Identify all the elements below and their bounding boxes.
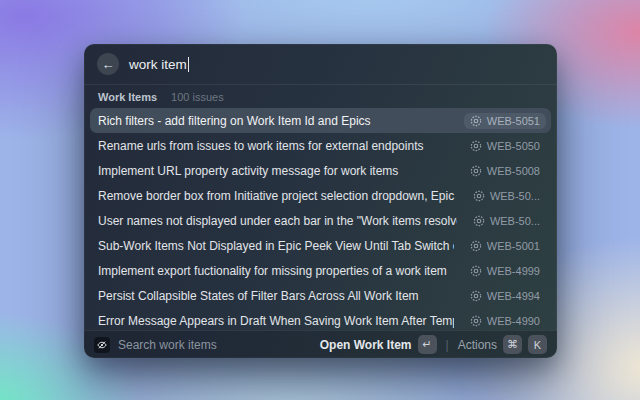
work-item-id: WEB-5001 [487,240,540,252]
backlog-icon [473,190,485,202]
list-item[interactable]: Error Message Appears in Draft When Savi… [90,308,551,330]
search-header: ← work item [84,44,557,84]
backlog-icon [470,240,482,252]
work-item-badge: WEB-4999 [464,263,546,279]
back-button[interactable]: ← [97,53,119,75]
backlog-icon [470,265,482,277]
work-item-title: Error Message Appears in Draft When Savi… [98,314,454,328]
work-item-title: Rich filters - add filtering on Work Ite… [98,114,454,128]
work-item-title: Rename urls from issues to work items fo… [98,139,454,153]
back-arrow-icon: ← [102,57,115,72]
backlog-icon [470,140,482,152]
section-title: Work Items [98,91,157,103]
work-item-badge: WEB-5008 [464,163,546,179]
work-item-badge: WEB-5001 [464,238,546,254]
work-item-id: WEB-5050 [487,140,540,152]
list-item[interactable]: Rename urls from issues to work items fo… [90,133,551,158]
backlog-icon [470,165,482,177]
results-list: Rich filters - add filtering on Work Ite… [84,106,557,330]
list-item[interactable]: Remove border box from Initiative projec… [90,183,551,208]
work-item-title: Implement URL property activity message … [98,164,454,178]
footer-actions: Open Work Item ↵ | Actions ⌘ K [320,335,547,354]
work-item-badge: WEB-4990 [464,313,546,329]
work-item-badge: WEB-5050 [464,138,546,154]
footer-hint-label: Search work items [118,338,217,352]
list-item[interactable]: User names not displayed under each bar … [90,208,551,233]
backlog-icon [470,290,482,302]
work-item-title: Implement export fuctionality for missin… [98,264,454,278]
list-item[interactable]: Persist Collapsible States of Filter Bar… [90,283,551,308]
open-work-item-label[interactable]: Open Work Item [320,338,412,352]
work-item-id: WEB-50... [490,190,540,202]
work-item-badge: WEB-50... [467,188,546,204]
eye-off-icon [94,337,110,353]
work-item-title: User names not displayed under each bar … [98,214,457,228]
work-item-id: WEB-5051 [487,115,540,127]
work-item-title: Remove border box from Initiative projec… [98,189,457,203]
work-item-badge: WEB-5051 [464,113,546,129]
work-item-badge: WEB-50... [467,213,546,229]
list-item[interactable]: Sub-Work Items Not Displayed in Epic Pee… [90,233,551,258]
work-item-id: WEB-4990 [487,315,540,327]
footer-bar: Search work items Open Work Item ↵ | Act… [84,330,557,358]
list-item[interactable]: Implement export fuctionality for missin… [90,258,551,283]
work-item-id: WEB-5008 [487,165,540,177]
return-key[interactable]: ↵ [418,335,437,354]
list-item[interactable]: Rich filters - add filtering on Work Ite… [90,108,551,133]
work-item-title: Persist Collapsible States of Filter Bar… [98,289,454,303]
work-item-title: Sub-Work Items Not Displayed in Epic Pee… [98,239,454,253]
footer-search-hint: Search work items [94,337,312,353]
actions-label[interactable]: Actions [458,338,497,352]
footer-divider: | [446,338,449,352]
command-palette: ← work item Work Items 100 issues Rich f… [84,44,557,358]
k-key[interactable]: K [528,335,547,354]
text-caret [188,57,190,72]
section-header: Work Items 100 issues [84,85,557,106]
backlog-icon [470,115,482,127]
backlog-icon [473,215,485,227]
work-item-id: WEB-50... [490,215,540,227]
work-item-id: WEB-4999 [487,265,540,277]
search-input[interactable]: work item [129,57,544,72]
command-key[interactable]: ⌘ [503,335,522,354]
work-item-id: WEB-4994 [487,290,540,302]
work-item-badge: WEB-4994 [464,288,546,304]
backlog-icon [470,315,482,327]
section-count: 100 issues [171,91,224,103]
search-query-text: work item [129,57,187,72]
list-item[interactable]: Implement URL property activity message … [90,158,551,183]
